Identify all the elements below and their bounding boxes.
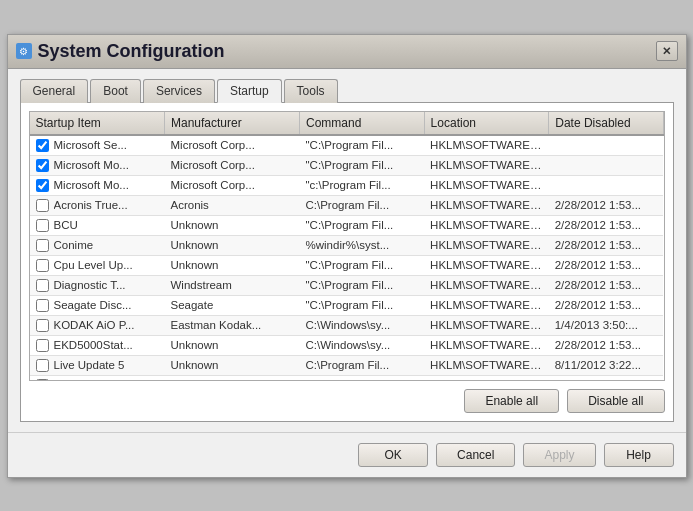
cell-date-disabled: 2/28/2012 1:53... (549, 235, 663, 255)
cell-command: C:\Windows\sy... (300, 315, 425, 335)
startup-item-name: BCU (54, 219, 78, 231)
cell-startup-item: Microsoft Mo... (30, 155, 165, 175)
table-row: Cpu Level Up...Unknown"C:\Program Fil...… (30, 255, 664, 275)
window-title: System Configuration (38, 41, 225, 62)
checkbox-row-12[interactable] (36, 379, 49, 380)
tab-tools[interactable]: Tools (284, 79, 338, 103)
cell-manufacturer: Acronis (165, 195, 300, 215)
startup-item-name: Seagate Disc... (54, 299, 132, 311)
cell-command: "C:\Program Fil... (300, 295, 425, 315)
startup-table-container: Startup Item Manufacturer Command Locati… (29, 111, 665, 381)
table-row: EKD5000Stat...UnknownC:\Windows\sy...HKL… (30, 335, 664, 355)
checkbox-row-2[interactable] (36, 179, 49, 192)
checkbox-row-11[interactable] (36, 359, 49, 372)
cancel-button[interactable]: Cancel (436, 443, 515, 467)
cell-location: HKLM\SOFTWARE\M... (424, 135, 549, 156)
tab-boot[interactable]: Boot (90, 79, 141, 103)
cell-date-disabled (549, 155, 663, 175)
cell-location: HKLM\SOFTWARE\... (424, 255, 549, 275)
help-button[interactable]: Help (604, 443, 674, 467)
cell-command: C:\Program Fil... (300, 195, 425, 215)
startup-table-wrapper[interactable]: Startup Item Manufacturer Command Locati… (30, 112, 664, 380)
cell-manufacturer: Unknown (165, 335, 300, 355)
cell-date-disabled: 2/28/2012 1:53... (549, 295, 663, 315)
cell-location: HKLM\SOFTWARE\... (424, 195, 549, 215)
cell-startup-item: BCU (30, 215, 165, 235)
cell-date-disabled: 1/4/2013 3:50:... (549, 315, 663, 335)
tab-bar: General Boot Services Startup Tools (20, 79, 674, 103)
cell-location: HKLM\SOFTWARE\M... (424, 315, 549, 335)
table-row: Live Update 5UnknownC:\Program Fil...HKL… (30, 355, 664, 375)
startup-item-name: Live Update 5 (54, 359, 125, 371)
cell-date-disabled: 2/28/2012 1:53... (549, 375, 663, 380)
cell-manufacturer: Renesas Electr... (165, 375, 300, 380)
cell-command: "c:\Program Fil... (300, 175, 425, 195)
checkbox-row-0[interactable] (36, 139, 49, 152)
cell-startup-item: Seagate Disc... (30, 295, 165, 315)
checkbox-row-7[interactable] (36, 279, 49, 292)
checkbox-row-1[interactable] (36, 159, 49, 172)
cell-command: "C:\Program Fil... (300, 135, 425, 156)
cell-command: "C:\Program Fil... (300, 215, 425, 235)
cell-command: "C:\Program Fil... (300, 255, 425, 275)
cell-command: "C:\Program Fil... (300, 275, 425, 295)
cell-command: C:\Program Fil... (300, 355, 425, 375)
cell-location: HKLM\SOFTWARE\... (424, 215, 549, 235)
cell-manufacturer: Microsoft Corp... (165, 135, 300, 156)
enable-all-button[interactable]: Enable all (464, 389, 559, 413)
title-bar: ⚙ System Configuration ✕ (8, 35, 686, 69)
cell-manufacturer: Eastman Kodak... (165, 315, 300, 335)
table-row: USB 3.0 Mon...Renesas Electr..."C:\Progr… (30, 375, 664, 380)
cell-startup-item: Live Update 5 (30, 355, 165, 375)
checkbox-row-8[interactable] (36, 299, 49, 312)
cell-startup-item: KODAK AiO P... (30, 315, 165, 335)
disable-all-button[interactable]: Disable all (567, 389, 664, 413)
cell-date-disabled (549, 175, 663, 195)
cell-date-disabled: 2/28/2012 1:53... (549, 335, 663, 355)
footer: OK Cancel Apply Help (8, 432, 686, 477)
tab-content-startup: Startup Item Manufacturer Command Locati… (20, 102, 674, 422)
cell-startup-item: Diagnostic T... (30, 275, 165, 295)
checkbox-row-3[interactable] (36, 199, 49, 212)
app-icon: ⚙ (16, 43, 32, 59)
tab-general[interactable]: General (20, 79, 89, 103)
checkbox-row-5[interactable] (36, 239, 49, 252)
cell-location: HKLM\SOFTWARE\M... (424, 375, 549, 380)
cell-date-disabled (549, 135, 663, 156)
ok-button[interactable]: OK (358, 443, 428, 467)
apply-button[interactable]: Apply (523, 443, 595, 467)
checkbox-row-4[interactable] (36, 219, 49, 232)
cell-location: HKLM\SOFTWARE\... (424, 275, 549, 295)
close-button[interactable]: ✕ (656, 41, 678, 61)
cell-manufacturer: Seagate (165, 295, 300, 315)
col-manufacturer: Manufacturer (165, 112, 300, 135)
tab-startup[interactable]: Startup (217, 79, 282, 103)
cell-manufacturer: Unknown (165, 215, 300, 235)
startup-item-name: Diagnostic T... (54, 279, 126, 291)
startup-item-name: Microsoft Se... (54, 139, 128, 151)
startup-item-name: USB 3.0 Mon... (54, 379, 132, 380)
checkbox-row-6[interactable] (36, 259, 49, 272)
table-row: Seagate Disc...Seagate"C:\Program Fil...… (30, 295, 664, 315)
cell-manufacturer: Unknown (165, 255, 300, 275)
table-row: Microsoft Mo...Microsoft Corp..."c:\Prog… (30, 175, 664, 195)
col-startup-item: Startup Item (30, 112, 165, 135)
tab-services[interactable]: Services (143, 79, 215, 103)
checkbox-row-10[interactable] (36, 339, 49, 352)
cell-startup-item: EKD5000Stat... (30, 335, 165, 355)
table-row: Acronis True...AcronisC:\Program Fil...H… (30, 195, 664, 215)
title-bar-left: ⚙ System Configuration (16, 41, 225, 62)
checkbox-row-9[interactable] (36, 319, 49, 332)
cell-startup-item: Microsoft Mo... (30, 175, 165, 195)
cell-startup-item: USB 3.0 Mon... (30, 375, 165, 380)
col-command: Command (300, 112, 425, 135)
table-row: ConimeUnknown%windir%\syst...HKLM\SOFTWA… (30, 235, 664, 255)
cell-startup-item: Conime (30, 235, 165, 255)
cell-date-disabled: 2/28/2012 1:53... (549, 215, 663, 235)
cell-manufacturer: Microsoft Corp... (165, 155, 300, 175)
table-row: Diagnostic T...Windstream"C:\Program Fil… (30, 275, 664, 295)
startup-item-name: Microsoft Mo... (54, 179, 129, 191)
cell-date-disabled: 2/28/2012 1:53... (549, 195, 663, 215)
startup-table: Startup Item Manufacturer Command Locati… (30, 112, 664, 380)
startup-item-name: Cpu Level Up... (54, 259, 133, 271)
